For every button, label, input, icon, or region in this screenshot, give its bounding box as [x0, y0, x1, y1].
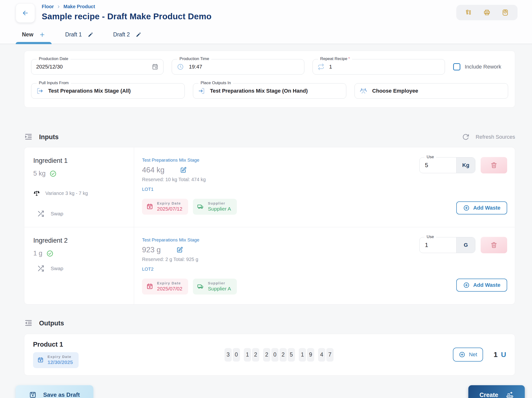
add-waste-button[interactable]: Add Waste	[456, 201, 507, 214]
product-card: Product 1 Expiry Date 12/30/2025 3 0 1 2…	[24, 334, 515, 376]
production-form-card: Production Date 2025/12/30 Production Ti…	[24, 51, 515, 108]
refresh-icon	[462, 133, 469, 141]
create-button[interactable]: Create	[468, 385, 525, 398]
delete-ingredient-button[interactable]	[481, 157, 507, 173]
product-quantity: 1 U	[494, 350, 506, 359]
indent-decrease-icon	[24, 319, 33, 328]
swap-button[interactable]: Swap	[33, 210, 134, 217]
refresh-sources-button[interactable]: Refresh Sources	[462, 133, 515, 141]
source-stage-link[interactable]: Test Preparations Mix Stage	[142, 237, 199, 243]
plus-circle-icon	[463, 282, 470, 288]
source-stage-link[interactable]: Test Preparations Mix Stage	[142, 158, 199, 163]
expiry-date-value: 2025/07/02	[157, 286, 182, 292]
net-label: Net	[469, 351, 477, 358]
required-asterisk: *	[348, 56, 350, 61]
edit-quantity-icon[interactable]	[180, 167, 187, 173]
pencil-icon[interactable]	[136, 32, 141, 38]
expiry-date-badge: Expiry Date 2025/07/12	[142, 199, 188, 215]
footer-bar: Save as Draft Create	[0, 385, 532, 398]
delete-ingredient-button[interactable]	[481, 237, 507, 253]
floppy-disk-icon	[29, 391, 36, 398]
include-rework-label: Include Rework	[465, 64, 501, 70]
add-waste-label: Add Waste	[473, 205, 500, 211]
truck-icon	[197, 283, 204, 290]
add-waste-label: Add Waste	[473, 282, 500, 288]
use-quantity-field: Use G	[419, 237, 475, 253]
include-rework-checkbox[interactable]	[453, 63, 460, 70]
add-tab-icon[interactable]	[39, 32, 45, 38]
tab-draft-1[interactable]: Draft 1	[59, 28, 100, 44]
trash-icon	[490, 241, 498, 249]
product-quantity-value: 1	[494, 350, 498, 359]
inputs-section-title: Inputs	[39, 133, 59, 141]
plus-circle-icon	[459, 351, 465, 358]
supplier-name: Supplier A	[208, 206, 231, 212]
ingredient-row: Ingredient 2 1 g Swap Test Preparations …	[24, 227, 515, 304]
clock-icon	[177, 63, 184, 70]
trash-icon	[490, 162, 498, 169]
production-time-field[interactable]: Production Time 19:47	[172, 59, 304, 75]
expiry-date-label: Expiry Date	[157, 281, 182, 285]
product-unit[interactable]: U	[501, 350, 506, 359]
tab-new[interactable]: New	[16, 28, 52, 44]
pencil-icon[interactable]	[88, 32, 93, 38]
save-as-draft-button[interactable]: Save as Draft	[16, 385, 93, 398]
use-label: Use	[424, 155, 436, 159]
ingredient-name: Ingredient 2	[33, 237, 134, 244]
reserved-total-text: Reserved: 10 kg Total: 474 kg	[142, 177, 411, 182]
lot-link[interactable]: LOT2	[142, 267, 154, 272]
swap-button[interactable]: Swap	[33, 265, 134, 272]
ingredients-card: Ingredient 1 5 kg Variance 3 kg - 7 kg	[24, 147, 515, 304]
available-quantity: 464 kg	[142, 166, 164, 174]
choose-employee-value: Choose Employee	[372, 88, 418, 94]
printer-icon[interactable]	[483, 9, 491, 16]
shuffle-icon	[37, 210, 44, 217]
include-rework-toggle[interactable]: Include Rework	[453, 63, 508, 70]
back-button[interactable]	[16, 3, 35, 23]
digit-tile: 0	[233, 348, 240, 362]
place-outputs-in-field[interactable]: Place Outputs In Test Preparations Mix S…	[193, 83, 347, 99]
swap-label: Swap	[51, 211, 63, 217]
repeat-recipe-field[interactable]: Repeat Recipe* 1	[313, 59, 445, 75]
supplier-badge: Supplier Supplier A	[193, 279, 237, 295]
net-button[interactable]: Net	[453, 348, 483, 362]
production-date-field[interactable]: Production Date 2025/12/30	[31, 59, 164, 75]
digit-tile: 3	[225, 348, 232, 362]
production-date-label: Production Date	[37, 56, 70, 61]
product-expiry-value: 12/30/2025	[48, 359, 73, 365]
choose-employee-field[interactable]: Choose Employee	[355, 83, 508, 99]
edit-quantity-icon[interactable]	[176, 247, 183, 253]
barcode-scanner-icon[interactable]	[465, 9, 472, 16]
supplier-label: Supplier	[208, 281, 231, 285]
inputs-section-header: Inputs Refresh Sources	[24, 133, 515, 141]
outputs-section-title: Outputs	[39, 320, 64, 327]
calendar-x-icon	[146, 203, 153, 210]
ingredient-variance: Variance 3 kg - 7 kg	[45, 191, 88, 196]
check-circle-icon	[49, 170, 57, 177]
digit-tile: 2	[280, 348, 287, 362]
production-date-value: 2025/12/30	[36, 64, 63, 70]
scale-icon[interactable]	[502, 9, 509, 16]
expiry-date-value: 2025/07/12	[157, 206, 182, 212]
use-quantity-input[interactable]	[420, 237, 456, 253]
use-quantity-input[interactable]	[420, 158, 456, 173]
tab-draft-2[interactable]: Draft 2	[107, 28, 148, 44]
users-icon	[360, 87, 367, 95]
unit-selector: G	[456, 237, 475, 253]
production-time-label: Production Time	[177, 56, 211, 61]
refresh-sources-label: Refresh Sources	[476, 134, 515, 140]
add-waste-button[interactable]: Add Waste	[456, 279, 507, 292]
lot-link[interactable]: LOT1	[142, 187, 154, 192]
breadcrumb-make-product[interactable]: Make Product	[63, 4, 95, 9]
breadcrumb: Floor Make Product	[42, 4, 211, 9]
digit-tile: 0	[271, 348, 279, 362]
digit-tile: 7	[326, 348, 334, 362]
serial-digits: 3 0 1 2 2 0 2 5 1 9 4 7	[225, 348, 334, 362]
pull-inputs-from-field[interactable]: Pull Inputs From Test Preparations Mix S…	[31, 83, 185, 99]
product-expiry-badge: Expiry Date 12/30/2025	[33, 352, 79, 368]
truck-icon	[197, 203, 204, 210]
reserved-total-text: Reserved: 2 g Total: 925 g	[142, 257, 411, 262]
tab-draft-1-label: Draft 1	[65, 31, 82, 38]
calendar-icon[interactable]	[152, 63, 158, 70]
breadcrumb-floor[interactable]: Floor	[42, 4, 54, 9]
